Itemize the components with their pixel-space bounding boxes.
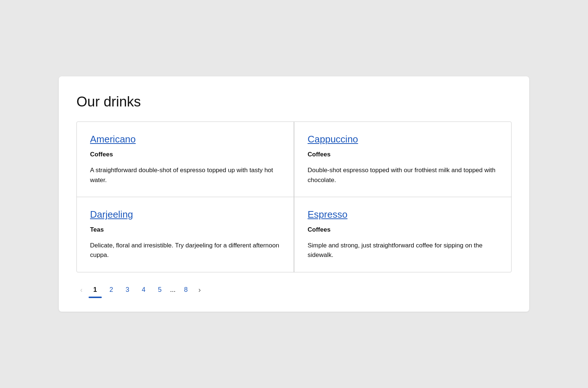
pagination-page-2[interactable]: 2: [104, 283, 119, 297]
pagination-page-4[interactable]: 4: [136, 283, 151, 297]
cards-grid: AmericanoCoffeesA straightforward double…: [76, 122, 512, 272]
card-category-americano: Coffees: [90, 151, 280, 158]
card-category-cappuccino: Coffees: [308, 151, 498, 158]
card-title-cappuccino[interactable]: Cappuccino: [308, 134, 498, 145]
card-description-americano: A straightforward double-shot of espress…: [90, 166, 280, 185]
main-container: Our drinks AmericanoCoffeesA straightfor…: [59, 76, 529, 311]
card-title-darjeeling[interactable]: Darjeeling: [90, 209, 280, 220]
card-cappuccino: CappuccinoCoffeesDouble-shot espresso to…: [294, 122, 511, 197]
page-title: Our drinks: [76, 94, 512, 110]
pagination-ellipsis: ...: [169, 283, 177, 297]
card-description-darjeeling: Delicate, floral and irresistible. Try d…: [90, 241, 280, 260]
pagination-page-3[interactable]: 3: [120, 283, 135, 297]
pagination: ‹ 12345...8›: [76, 283, 512, 297]
card-description-espresso: Simple and strong, just straightforward …: [308, 241, 498, 260]
card-title-espresso[interactable]: Espresso: [308, 209, 498, 220]
pagination-next[interactable]: ›: [195, 283, 205, 297]
card-title-americano[interactable]: Americano: [90, 134, 280, 145]
pagination-page-5[interactable]: 5: [153, 283, 167, 297]
card-darjeeling: DarjeelingTeasDelicate, floral and irres…: [77, 197, 294, 272]
pagination-page-1[interactable]: 1: [88, 283, 103, 297]
card-espresso: EspressoCoffeesSimple and strong, just s…: [294, 197, 511, 272]
card-description-cappuccino: Double-shot espresso topped with our fro…: [308, 166, 498, 185]
card-americano: AmericanoCoffeesA straightforward double…: [77, 122, 294, 197]
pagination-prev[interactable]: ‹: [76, 283, 86, 297]
pagination-page-8[interactable]: 8: [179, 283, 193, 297]
card-category-espresso: Coffees: [308, 226, 498, 233]
card-category-darjeeling: Teas: [90, 226, 280, 233]
